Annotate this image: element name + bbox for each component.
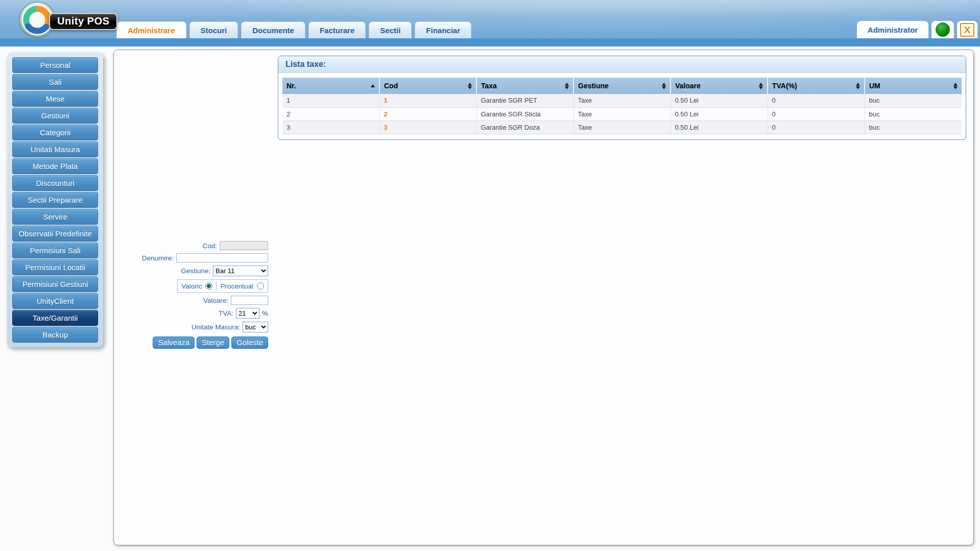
column-label: UM bbox=[869, 82, 880, 90]
list-panel-title: Lista taxe: bbox=[278, 56, 966, 73]
cell-cod: 2 bbox=[379, 107, 476, 121]
close-icon: X bbox=[960, 23, 974, 37]
sidebar-item-sali[interactable]: Sali bbox=[12, 74, 98, 90]
denumire-row: Denumire: bbox=[134, 253, 268, 262]
cell-um: buc bbox=[865, 121, 962, 134]
sidebar-item-permisiuni-locatii[interactable]: Permisiuni Locatii bbox=[12, 259, 98, 275]
close-tab[interactable]: X bbox=[957, 21, 977, 38]
sort-both-icon bbox=[856, 83, 860, 89]
valoric-radio[interactable] bbox=[205, 282, 212, 290]
sidebar-item-taxe-garantii[interactable]: Taxe/Garantii bbox=[12, 310, 98, 326]
column-label: TVA(%) bbox=[772, 82, 797, 90]
cell-taxa: Garantie SGR Sticla bbox=[476, 107, 573, 121]
tva-row: TVA: 21 % bbox=[134, 308, 268, 319]
tab-administrare[interactable]: Administrare bbox=[116, 21, 186, 38]
sort-both-icon bbox=[759, 83, 763, 89]
sidebar-item-gestiuni[interactable]: Gestiuni bbox=[12, 108, 98, 124]
sidebar-item-discounturi[interactable]: Discounturi bbox=[12, 175, 98, 191]
cell-um: buc bbox=[865, 94, 962, 107]
column-header-valoare[interactable]: Valoare bbox=[671, 78, 768, 94]
valoare-field[interactable] bbox=[231, 296, 268, 305]
table-row-2[interactable]: 22Garantie SGR SticlaTaxe0.50 Lei0buc bbox=[282, 107, 962, 121]
gestiune-label: Gestiune: bbox=[181, 267, 210, 275]
um-select[interactable]: buc bbox=[243, 322, 268, 332]
radio-group-divider bbox=[216, 281, 217, 291]
clear-button[interactable]: Goleste bbox=[231, 337, 268, 349]
status-tab[interactable] bbox=[931, 21, 954, 38]
column-header-gestiune[interactable]: Gestiune bbox=[573, 78, 671, 94]
column-header-cod[interactable]: Cod bbox=[379, 78, 476, 94]
column-header-um[interactable]: UM bbox=[865, 78, 962, 94]
cell-cod: 1 bbox=[379, 94, 476, 107]
tax-table-body: 11Garantie SGR PETTaxe0.50 Lei0buc22Gara… bbox=[282, 94, 962, 134]
cell-taxa: Garantie SGR PET bbox=[476, 94, 573, 107]
app-header: Unity POS AdministrareStocuriDocumenteFa… bbox=[0, 0, 980, 46]
cell-tva: 0 bbox=[768, 94, 865, 107]
cod-row: Cod: bbox=[134, 241, 268, 250]
um-label: Unitate Masura: bbox=[192, 323, 240, 331]
um-row: Unitate Masura: buc bbox=[134, 322, 268, 332]
valoare-label: Valoare: bbox=[203, 297, 228, 304]
cell-gestiune: Taxe bbox=[573, 107, 671, 121]
cell-taxa: Garantie SGR Doza bbox=[476, 121, 573, 134]
column-label: Nr. bbox=[286, 82, 296, 90]
valoric-label: Valoric bbox=[181, 282, 202, 290]
gestiune-row: Gestiune: Bar 11 bbox=[134, 266, 268, 276]
cell-nr: 2 bbox=[282, 107, 379, 121]
denumire-field[interactable] bbox=[176, 253, 268, 262]
tva-percent-suffix: % bbox=[262, 309, 268, 317]
sidebar-item-permisiuni-gestiuni[interactable]: Permisiuni Gestiuni bbox=[12, 276, 98, 292]
status-green-circle-icon bbox=[936, 22, 950, 37]
sidebar-item-unityclient[interactable]: UnityClient bbox=[12, 293, 98, 309]
sidebar-item-unitati-masura[interactable]: Unitati Masura bbox=[12, 141, 98, 157]
sidebar-item-backup[interactable]: Backup bbox=[12, 327, 98, 343]
tax-table: Nr.CodTaxaGestiuneValoareTVA(%)UM 11Gara… bbox=[282, 78, 962, 134]
tax-list-panel: Lista taxe: Nr.CodTaxaGestiuneValoareTVA… bbox=[278, 56, 966, 140]
tax-form: Cod: Denumire: Gestiune: Bar 11 Valoric … bbox=[134, 241, 268, 349]
column-label: Cod bbox=[384, 82, 398, 90]
tab-facturare[interactable]: Facturare bbox=[308, 21, 366, 38]
sidebar-item-mese[interactable]: Mese bbox=[12, 91, 98, 107]
cell-tva: 0 bbox=[768, 107, 865, 121]
column-label: Gestiune bbox=[578, 82, 609, 90]
delete-button[interactable]: Sterge bbox=[197, 337, 229, 349]
sort-both-icon bbox=[662, 83, 666, 89]
sidebar-item-permisiuni-sali[interactable]: Permisiuni Sali bbox=[12, 243, 98, 258]
tva-label: TVA: bbox=[219, 309, 233, 317]
sidebar-item-sectii-preparare[interactable]: Sectii Preparare bbox=[12, 192, 98, 208]
tab-sectii[interactable]: Sectii bbox=[369, 21, 412, 38]
gestiune-select[interactable]: Bar 11 bbox=[213, 266, 268, 276]
cell-um: buc bbox=[865, 107, 962, 121]
cod-field[interactable] bbox=[220, 241, 268, 250]
cell-gestiune: Taxe bbox=[573, 94, 671, 107]
column-header-nr[interactable]: Nr. bbox=[282, 78, 379, 94]
column-header-taxa[interactable]: Taxa bbox=[476, 78, 573, 94]
tab-administrator[interactable]: Administrator bbox=[857, 21, 928, 38]
cell-tva: 0 bbox=[768, 121, 865, 134]
sidebar-item-metode-plata[interactable]: Metode Plata bbox=[12, 158, 98, 174]
sidebar-item-observatii-predefinite[interactable]: Observatii Predefinite bbox=[12, 226, 98, 242]
sidebar: PersonalSaliMeseGestiuniCategoriiUnitati… bbox=[7, 53, 103, 347]
column-label: Valoare bbox=[675, 82, 701, 90]
cell-nr: 1 bbox=[282, 94, 379, 107]
cell-valoare: 0.50 Lei bbox=[671, 94, 768, 107]
denumire-label: Denumire: bbox=[142, 254, 174, 262]
tab-financiar[interactable]: Financiar bbox=[415, 21, 471, 38]
table-row-3[interactable]: 33Garantie SGR DozaTaxe0.50 Lei0buc bbox=[282, 121, 962, 134]
sort-both-icon bbox=[953, 83, 958, 89]
sidebar-item-servire[interactable]: Servire bbox=[12, 209, 98, 225]
cod-label: Cod: bbox=[202, 242, 217, 250]
header-right-controls: Administrator X bbox=[857, 21, 977, 38]
procentual-radio[interactable] bbox=[257, 282, 264, 290]
app-logo: Unity POS bbox=[18, 1, 117, 39]
save-button[interactable]: Salveaza bbox=[153, 337, 195, 349]
column-header-tva[interactable]: TVA(%) bbox=[768, 78, 865, 94]
sidebar-item-categorii[interactable]: Categorii bbox=[12, 125, 98, 140]
sidebar-item-personal[interactable]: Personal bbox=[12, 57, 98, 73]
tab-documente[interactable]: Documente bbox=[241, 21, 305, 38]
tva-select[interactable]: 21 bbox=[236, 308, 259, 319]
valoric-procentual-group: Valoric Procentual bbox=[177, 279, 268, 293]
main-panel: Lista taxe: Nr.CodTaxaGestiuneValoareTVA… bbox=[113, 50, 974, 545]
table-row-1[interactable]: 11Garantie SGR PETTaxe0.50 Lei0buc bbox=[282, 94, 962, 107]
tab-stocuri[interactable]: Stocuri bbox=[189, 21, 238, 38]
